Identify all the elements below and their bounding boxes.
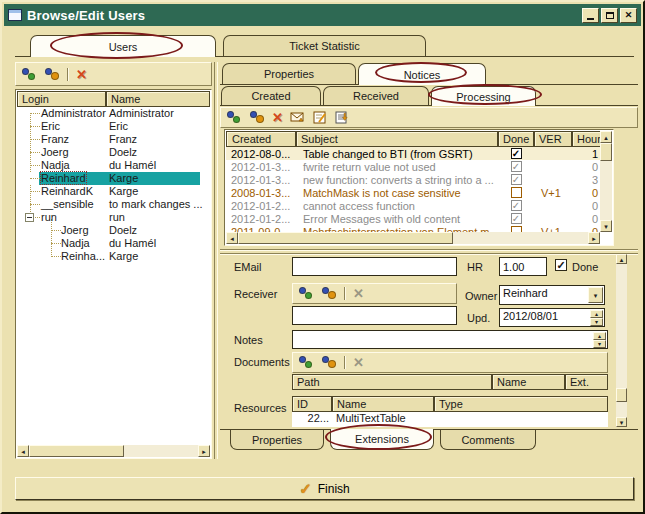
scroll-right-icon[interactable]: ▸ — [198, 445, 210, 457]
finish-button[interactable]: ✓ Finish — [15, 477, 634, 500]
scroll-thumb[interactable] — [29, 445, 124, 457]
edit-notice-icon[interactable] — [313, 111, 328, 124]
notes-field[interactable]: ▴ ▾ — [292, 330, 608, 349]
tree-row[interactable]: Franz Franz — [17, 133, 210, 146]
tree-row[interactable]: ReinhardK Karge — [17, 185, 210, 198]
col-doc-name[interactable]: Name — [492, 374, 565, 390]
scroll-left-icon[interactable]: ◂ — [17, 445, 29, 457]
tab-ticket-statistic[interactable]: Ticket Statistic — [223, 35, 426, 56]
tab-created[interactable]: Created — [221, 86, 321, 105]
tab-processing[interactable]: Processing — [431, 86, 536, 106]
col-res-name[interactable]: Name — [332, 396, 434, 412]
pick-notice-icon[interactable] — [249, 111, 265, 124]
add-notice-icon[interactable] — [226, 111, 242, 124]
spin-up-icon[interactable]: ▴ — [593, 332, 606, 340]
tab-notices[interactable]: Notices — [358, 63, 486, 85]
notices-hscrollbar[interactable]: ◂ ▸ — [226, 232, 600, 244]
tree-row[interactable]: Joerg Doelz — [17, 224, 210, 237]
done-checkbox[interactable]: ✓ — [511, 161, 522, 172]
tab-users[interactable]: Users — [30, 35, 216, 57]
scroll-up-icon[interactable]: ▴ — [600, 131, 612, 143]
tab-properties-right[interactable]: Properties — [222, 63, 356, 84]
col-subject[interactable]: Subject — [296, 131, 498, 147]
notices-vscrollbar[interactable]: ▴ ▾ — [600, 131, 612, 232]
table-row[interactable]: 2008-01-3... MatchMask is not case sensi… — [226, 186, 602, 199]
col-created[interactable]: Created — [226, 131, 296, 147]
tree-row[interactable]: Joerg Doelz — [17, 146, 210, 159]
done-checkbox[interactable]: ✓ — [511, 213, 522, 224]
hr-field[interactable] — [499, 257, 547, 276]
table-row[interactable]: 2012-01-2... cannot access function ✓ 0 — [226, 199, 602, 212]
scroll-thumb[interactable] — [600, 143, 612, 161]
tree-row[interactable]: __sensible to mark changes ... — [17, 198, 210, 211]
notes-scroll[interactable]: ▴ ▾ — [593, 332, 606, 347]
upd-field[interactable]: 2012/08/01 ▴ ▾ — [499, 308, 605, 327]
pick-user-icon[interactable] — [44, 68, 60, 81]
table-row[interactable]: 2012-01-3... new function: converts a st… — [226, 173, 602, 186]
owner-combobox[interactable]: Reinhard ▾ — [499, 285, 605, 305]
spin-down-icon[interactable]: ▾ — [593, 340, 606, 348]
add-receiver-icon[interactable] — [298, 287, 314, 300]
table-row[interactable]: 2012-08-0... Table changed to BTI (from … — [226, 147, 602, 160]
minimize-button[interactable] — [582, 8, 599, 23]
col-type[interactable]: Type — [434, 396, 608, 412]
tree-row[interactable]: Reinhard Karge — [17, 172, 210, 185]
done-checkbox[interactable]: ✓ — [555, 259, 567, 271]
table-row[interactable]: 2011-09-0... Mehrfachinterpretation von … — [226, 225, 602, 232]
table-row[interactable]: 2012-01-2... Error Messages with old con… — [226, 212, 602, 225]
mail-icon[interactable] — [290, 111, 306, 124]
done-checkbox[interactable] — [511, 187, 522, 198]
tree-row[interactable]: Administrator Administrator — [17, 107, 210, 120]
scroll-down-icon[interactable]: ▾ — [616, 417, 627, 427]
done-checkbox[interactable]: ✓ — [511, 148, 522, 159]
scroll-down-icon[interactable]: ▾ — [600, 220, 612, 232]
upd-spinner[interactable]: ▴ ▾ — [590, 310, 603, 325]
add-document-icon[interactable] — [298, 356, 314, 369]
delete-document-icon[interactable]: ✕ — [353, 356, 364, 369]
delete-user-icon[interactable]: ✕ — [76, 68, 87, 81]
tree-row[interactable]: Reinha... Karge — [17, 250, 210, 263]
delete-notice-icon[interactable]: ✕ — [272, 111, 283, 124]
col-done[interactable]: Done — [498, 131, 534, 147]
chevron-down-icon[interactable]: ▾ — [588, 287, 603, 303]
tree-column-name[interactable]: Name — [106, 91, 210, 107]
scroll-thumb[interactable] — [616, 388, 627, 402]
pick-document-icon[interactable] — [321, 356, 337, 369]
scroll-track[interactable] — [124, 445, 198, 457]
resource-row[interactable]: 22... MultiTextTable — [292, 412, 608, 425]
notice-form-splitter[interactable] — [220, 249, 638, 254]
tree-row[interactable]: Nadja du Hamél — [17, 237, 210, 250]
scroll-thumb[interactable] — [238, 232, 453, 244]
pick-receiver-icon[interactable] — [321, 287, 337, 300]
scroll-track[interactable] — [453, 232, 588, 244]
col-path[interactable]: Path — [292, 374, 492, 390]
scroll-up-icon[interactable]: ▴ — [616, 254, 627, 264]
scroll-right-icon[interactable]: ▸ — [588, 232, 600, 244]
spin-down-icon[interactable]: ▾ — [590, 318, 603, 326]
maximize-button[interactable] — [601, 8, 618, 23]
done-checkbox[interactable]: ✓ — [511, 174, 522, 185]
tab-properties-bottom[interactable]: Properties — [230, 430, 324, 450]
done-checkbox[interactable]: ✓ — [511, 200, 522, 211]
add-user-icon[interactable] — [21, 68, 37, 81]
receiver-field[interactable] — [292, 306, 457, 325]
spin-up-icon[interactable]: ▴ — [590, 310, 603, 318]
col-id[interactable]: ID — [292, 396, 332, 412]
tab-received[interactable]: Received — [323, 86, 429, 105]
delete-receiver-icon[interactable]: ✕ — [353, 287, 364, 300]
col-ver[interactable]: VER — [534, 131, 572, 147]
email-field[interactable] — [292, 257, 457, 276]
tab-extensions[interactable]: Extensions — [330, 429, 434, 450]
close-button[interactable]: ✕ — [620, 8, 637, 23]
tab-comments[interactable]: Comments — [440, 430, 536, 450]
tree-column-login[interactable]: Login — [17, 91, 106, 107]
tree-row[interactable]: Eric Eric — [17, 120, 210, 133]
form-vscrollbar[interactable]: ▴ ▾ — [616, 254, 627, 427]
table-row[interactable]: 2012-01-3... fwrite return value not use… — [226, 160, 602, 173]
collapse-icon[interactable] — [25, 213, 34, 222]
col-hours[interactable]: Hours — [572, 131, 602, 147]
tree-row[interactable]: run run — [17, 211, 210, 224]
tree-row[interactable]: Nadja du Hamél — [17, 159, 210, 172]
panel-splitter[interactable] — [214, 62, 218, 459]
tree-hscrollbar[interactable]: ◂ ▸ — [17, 445, 210, 457]
